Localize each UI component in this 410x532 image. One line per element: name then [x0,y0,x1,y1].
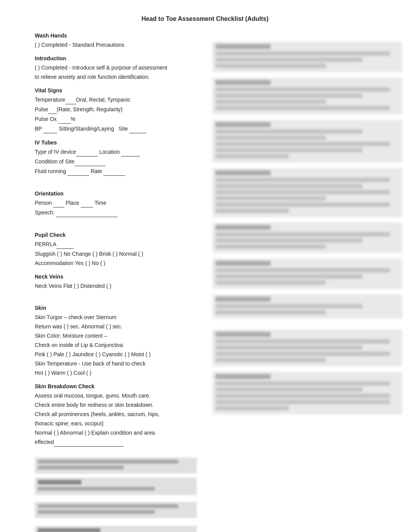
sluggish-line: Sluggish ( ) No Change ( ) Brisk ( ) Nor… [35,250,197,258]
skin-title: Skin [35,304,197,312]
right-blurred-block-1 [212,42,402,72]
introduction-section: Introduction ( ) Completed - Introduce s… [35,54,197,81]
skin-section: Skin Skin Turgor – check over Sternum Re… [35,304,197,447]
left-blurred-section-1 [35,457,197,474]
skin-breakdown-title: Skin Breakdown Check [35,382,197,391]
skin-turgor-line: Skin Turgor – check over Sternum [35,313,197,321]
right-blurred-block-7 [212,294,402,319]
left-blurred-section-4 [35,526,197,532]
right-column [205,0,410,532]
speech-line: Speech: [35,209,197,217]
temperature-line: Temperature Oral, Rectal, Tympanic [35,96,197,104]
right-blurred-block-6 [212,258,402,289]
perrla-line: PERRLA [35,240,197,249]
right-blurred-block-3 [212,120,402,163]
iv-tubes-title: IV Tubes [35,139,197,147]
pupil-check-title: Pupil Check [35,231,197,239]
accommodation-line: Accommodation Yes ( ) No ( ) [35,259,197,267]
fluid-running-line: Fluid running Rate [35,167,197,176]
introduction-item-1: ( ) Completed - Introduce self & purpose… [35,64,197,72]
return-was-line: Return was ( ) sec. Abnormal ( ) sec. [35,323,197,331]
right-blurred-block-2 [212,78,402,114]
pulse-ox-line: Pulse Ox % [35,115,197,124]
pupil-check-section: Pupil Check PERRLA Sluggish ( ) No Chang… [35,231,197,290]
bp-line: BP Sitting/Standing/Laying Site [35,125,197,133]
skin-color-line: Skin Color; Moisture content – [35,332,197,340]
thoracic-line: thoracic spine; ears, occiput) [35,420,197,428]
right-blurred-block-4 [212,168,402,217]
right-blurred-block-9 [212,372,402,415]
iv-device-line: Type of IV device Location [35,148,197,156]
right-blurred-block-8 [212,330,402,366]
right-blurred-block-5 [212,223,402,253]
wash-hands-section: Wash Hands ( ) Completed - Standard Prec… [35,32,197,49]
effected-line: effected [35,438,197,447]
introduction-item-2: to relieve anxiety and role function ide… [35,73,197,81]
orientation-person-line: Person Place Time [35,199,197,207]
wash-hands-title: Wash Hands [35,32,197,40]
vital-signs-section: Vital Signs Temperature Oral, Rectal, Ty… [35,87,197,176]
hot-warm-line: Hot ( ) Warm ( ) Cool ( ) [35,369,197,377]
lip-conjunctiva-line: Check on inside of Lip & Conjunctiva [35,341,197,349]
wash-hands-item-1: ( ) Completed - Standard Precautions [35,41,197,49]
normal-abnormal-line: Normal ( ) Abnormal ( ) Explain conditio… [35,429,197,437]
skin-temp-line: Skin Temperature - Use back of hand to c… [35,360,197,368]
neck-veins-title: Neck Veins [35,273,197,281]
neck-veins-line: Neck Veins Flat ( ) Distended ( ) [35,282,197,290]
left-blurred-section-2 [35,478,197,495]
orientation-title: Orientation [35,190,197,198]
pulse-line: Pulse (Rate, Strength, Regularity) [35,105,197,114]
pink-pale-line: Pink ( ) Pale ( ) Jaundice ( ) Cyanotic … [35,350,197,359]
oral-mucosa-line: Assess oral mucosa, tongue, gums. Mouth … [35,392,197,400]
introduction-title: Introduction [35,54,197,63]
left-blurred-section-3 [35,502,197,518]
vital-signs-title: Vital Signs [35,87,197,95]
entire-body-line: Check entire body for redness or skin br… [35,401,197,409]
prominences-line: Check all prominences (heels, ankles, sa… [35,410,197,418]
condition-site-line: Condition of Site [35,158,197,166]
orientation-section: Orientation Person Place Time Speech: [35,190,197,217]
